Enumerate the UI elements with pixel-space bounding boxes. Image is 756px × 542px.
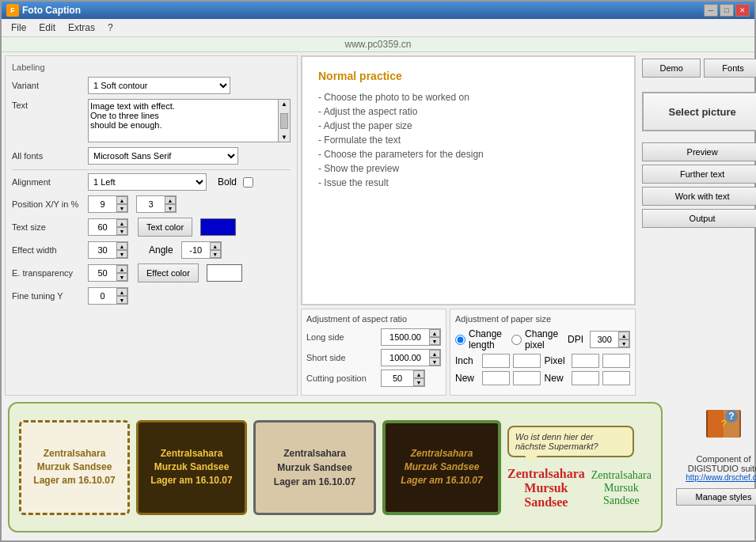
aspect-ratio-panel: Adjustment of aspect ratio Long side ▲ ▼ bbox=[301, 309, 446, 396]
minimize-button[interactable]: ─ bbox=[704, 4, 718, 17]
angle-input[interactable]: -10 bbox=[182, 242, 210, 258]
dpi-up[interactable]: ▲ bbox=[618, 332, 629, 339]
text-size-spinner[interactable]: 60 ▲ ▼ bbox=[88, 218, 128, 236]
cutting-up[interactable]: ▲ bbox=[413, 370, 424, 378]
long-side-down[interactable]: ▼ bbox=[429, 337, 440, 345]
change-length-radio[interactable] bbox=[455, 335, 465, 345]
long-side-input[interactable] bbox=[382, 329, 429, 345]
angle-spinner[interactable]: -10 ▲ ▼ bbox=[181, 241, 222, 259]
transparency-down[interactable]: ▼ bbox=[116, 273, 127, 281]
preview-button[interactable]: Preview bbox=[642, 142, 756, 161]
menu-extras[interactable]: Extras bbox=[62, 21, 101, 35]
cutting-input[interactable] bbox=[382, 370, 413, 386]
new-label-left: New bbox=[455, 373, 479, 384]
long-side-up[interactable]: ▲ bbox=[429, 329, 440, 337]
dpi-spinner[interactable]: ▲ ▼ bbox=[590, 331, 630, 348]
pos-x-spinner[interactable]: 9 ▲ ▼ bbox=[88, 195, 128, 213]
stamp3-line1: Zentralsahara bbox=[274, 446, 355, 461]
transparency-row: E. transparency 50 ▲ ▼ Effect color bbox=[12, 263, 291, 282]
stamp-4: Zentralsahara Murzuk Sandsee Lager am 16… bbox=[382, 420, 501, 515]
short-side-input[interactable] bbox=[382, 350, 429, 366]
stamp1-line1: Zentralsahara bbox=[33, 447, 115, 461]
further-text-button[interactable]: Further text bbox=[642, 165, 756, 184]
scrollbar-down[interactable]: ▼ bbox=[281, 134, 287, 141]
text-input[interactable]: Image text with effect. One to three lin… bbox=[88, 99, 278, 142]
short-side-down[interactable]: ▼ bbox=[429, 358, 440, 366]
transparency-input[interactable]: 50 bbox=[89, 265, 116, 281]
fine-tuning-input[interactable]: 0 bbox=[89, 288, 116, 304]
svg-text:?: ? bbox=[721, 419, 727, 430]
transparency-spinner[interactable]: 50 ▲ ▼ bbox=[88, 264, 128, 282]
pos-x-up[interactable]: ▲ bbox=[116, 196, 127, 204]
scrollbar-up[interactable]: ▲ bbox=[281, 100, 287, 108]
short-side-spinner[interactable]: ▲ ▼ bbox=[381, 349, 441, 366]
inch-input2[interactable] bbox=[513, 354, 541, 368]
text-color-swatch[interactable] bbox=[200, 218, 236, 236]
text-color-button[interactable]: Text color bbox=[138, 218, 192, 237]
text-size-up[interactable]: ▲ bbox=[116, 219, 127, 227]
fine-tuning-spinner[interactable]: 0 ▲ ▼ bbox=[88, 287, 128, 305]
scrollbar-thumb[interactable] bbox=[280, 113, 288, 129]
effect-width-input[interactable]: 30 bbox=[89, 242, 116, 258]
angle-label: Angle bbox=[149, 244, 173, 256]
menu-edit[interactable]: Edit bbox=[32, 21, 62, 35]
text-size-label: Text size bbox=[12, 222, 83, 232]
bold-checkbox[interactable] bbox=[243, 177, 253, 188]
transparency-up[interactable]: ▲ bbox=[116, 265, 127, 273]
all-fonts-row: All fonts Microsoft Sans Serif bbox=[12, 147, 291, 165]
dpi-down[interactable]: ▼ bbox=[618, 339, 629, 347]
demo-button[interactable]: Demo bbox=[642, 59, 701, 78]
fonts-button[interactable]: Fonts bbox=[704, 59, 756, 78]
effect-color-swatch[interactable] bbox=[207, 264, 242, 282]
effect-color-button[interactable]: Effect color bbox=[138, 263, 199, 282]
alignment-select[interactable]: 1 Left bbox=[88, 173, 207, 191]
pos-y-input[interactable]: 3 bbox=[137, 196, 165, 212]
output-button[interactable]: Output bbox=[642, 209, 756, 228]
manage-styles-button[interactable]: Manage styles bbox=[676, 488, 756, 506]
preview-item-5: Choose the parameters for the design bbox=[318, 149, 618, 160]
right-stamps-area: Wo ist denn hier dernächste Supermarkt? … bbox=[507, 426, 652, 510]
angle-up[interactable]: ▲ bbox=[210, 242, 221, 250]
inch-input1[interactable] bbox=[482, 354, 510, 368]
close-button[interactable]: ✕ bbox=[735, 4, 750, 17]
fine-tuning-down[interactable]: ▼ bbox=[116, 296, 127, 304]
menu-file[interactable]: File bbox=[5, 21, 32, 35]
maximize-button[interactable]: □ bbox=[720, 4, 734, 17]
dpi-input[interactable] bbox=[591, 332, 618, 347]
right-top-buttons: Demo Fonts bbox=[642, 59, 756, 78]
new-input2[interactable] bbox=[513, 371, 541, 385]
menu-help[interactable]: ? bbox=[101, 21, 120, 35]
work-with-text-button[interactable]: Work with text bbox=[642, 187, 756, 206]
new-input1[interactable] bbox=[482, 371, 510, 385]
select-picture-button[interactable]: Select picture bbox=[642, 92, 756, 131]
angle-down[interactable]: ▼ bbox=[210, 250, 221, 258]
new-pixel-input1[interactable] bbox=[572, 371, 599, 385]
pos-y-down[interactable]: ▼ bbox=[165, 204, 176, 212]
position-label: Position X/Y in % bbox=[12, 199, 83, 209]
effect-width-down[interactable]: ▼ bbox=[116, 250, 127, 258]
pos-y-up[interactable]: ▲ bbox=[165, 196, 176, 204]
short-side-up[interactable]: ▲ bbox=[429, 350, 440, 358]
digistudio-link[interactable]: http://www.drschef.de bbox=[686, 473, 756, 482]
cutting-spinner[interactable]: ▲ ▼ bbox=[381, 370, 425, 387]
pos-x-input[interactable]: 9 bbox=[89, 196, 116, 212]
effect-width-up[interactable]: ▲ bbox=[116, 242, 127, 250]
text-size-input[interactable]: 60 bbox=[89, 219, 116, 235]
variant-select[interactable]: 1 Soft contour bbox=[88, 77, 230, 94]
new-pixel-input2[interactable] bbox=[602, 371, 630, 385]
effect-width-spinner[interactable]: 30 ▲ ▼ bbox=[88, 241, 128, 259]
colored-stamps: Zentralsahara Mursuk Sandsee Zentralsaha… bbox=[507, 467, 652, 510]
stamp-3: Zentralsahara Murzuk Sandsee Lager am 16… bbox=[253, 420, 376, 515]
pos-x-down[interactable]: ▼ bbox=[116, 204, 127, 212]
fine-tuning-up[interactable]: ▲ bbox=[116, 288, 127, 296]
pixel-input2[interactable] bbox=[602, 354, 630, 368]
pixel-input1[interactable] bbox=[572, 354, 599, 368]
cutting-down[interactable]: ▼ bbox=[413, 378, 424, 386]
text-size-row: Text size 60 ▲ ▼ Text color bbox=[12, 218, 291, 237]
change-pixel-radio[interactable] bbox=[511, 335, 522, 345]
text-size-down[interactable]: ▼ bbox=[116, 227, 127, 235]
stamp4-line2: Murzuk Sandsee bbox=[401, 461, 482, 474]
long-side-spinner[interactable]: ▲ ▼ bbox=[381, 328, 441, 346]
font-select[interactable]: Microsoft Sans Serif bbox=[88, 147, 238, 165]
pos-y-spinner[interactable]: 3 ▲ ▼ bbox=[136, 195, 177, 213]
